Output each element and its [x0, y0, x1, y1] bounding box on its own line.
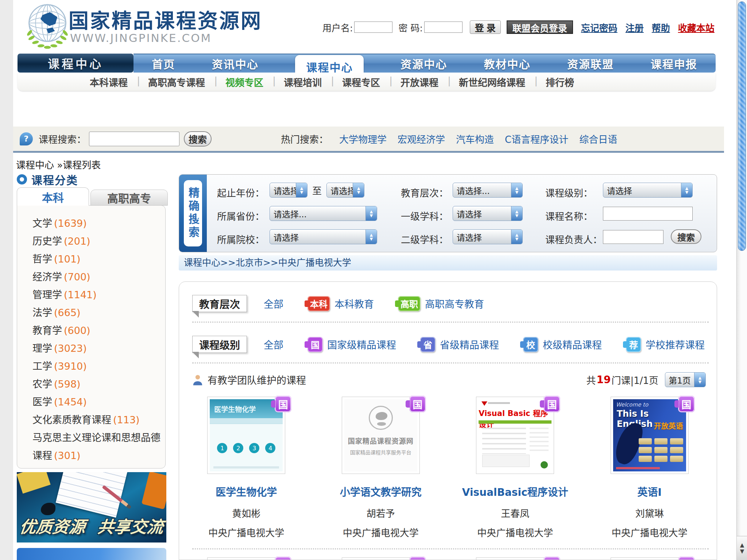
subnav-video-zone[interactable]: 视频专区: [215, 75, 274, 89]
course-card[interactable]: 国家精品课程资源网 国家精品课程共享服务平台 国 小学语文教学研究 胡若予 中央…: [314, 397, 448, 539]
category-item[interactable]: 历史学(201): [32, 232, 161, 250]
subnav-new-century-online-courses[interactable]: 新世纪网络课程: [449, 75, 535, 89]
subnav-ranking[interactable]: 排行榜: [535, 75, 584, 89]
course-teacher: 黄如彬: [232, 506, 260, 520]
favorite-site-link[interactable]: 收藏本站: [678, 21, 715, 34]
vertical-scrollbar[interactable]: ▲▼: [736, 0, 747, 560]
hot-search-link[interactable]: 综合日语: [579, 132, 617, 145]
course-thumbnail[interactable]: Welcome to This Is English 开放英语 国: [611, 397, 689, 474]
hot-search-link[interactable]: 汽车构造: [456, 132, 494, 145]
nav-item-resource-alliance[interactable]: 资源联盟: [567, 55, 614, 71]
category-item[interactable]: 法学(665): [32, 304, 161, 322]
category-item[interactable]: 医学(1454): [32, 393, 161, 411]
category-item[interactable]: 经济学(700): [32, 268, 161, 286]
union-member-login-button[interactable]: 联盟会员登录: [507, 20, 573, 34]
scroll-up-icon[interactable]: ▲: [740, 542, 744, 548]
nav-item-textbook-center[interactable]: 教材中心: [484, 55, 531, 71]
category-item[interactable]: 哲学(101): [32, 250, 161, 268]
subject1-select[interactable]: 请选择: [453, 206, 523, 221]
subnav-undergraduate-courses[interactable]: 本科课程: [80, 75, 138, 89]
year-from-select-wrap: 请选择 至 请选择: [270, 183, 364, 198]
sidebar-banner[interactable]: 优质资源 共享交流: [17, 472, 166, 542]
category-item[interactable]: 教育学(600): [32, 322, 161, 339]
course-search-input[interactable]: [89, 132, 179, 146]
course-card[interactable]: 国: [179, 557, 314, 560]
year-from-select[interactable]: 请选择: [270, 183, 307, 198]
tab-undergraduate[interactable]: 本科: [17, 187, 89, 206]
course-thumbnail[interactable]: Visual Basic 程序设计 国: [476, 397, 554, 474]
course-title-link[interactable]: 英语I: [638, 484, 662, 499]
course-name-input[interactable]: [603, 207, 693, 221]
password-input[interactable]: [424, 22, 462, 33]
category-section-title: 课程分类: [31, 171, 78, 187]
course-thumbnail[interactable]: 国: [476, 557, 554, 560]
national-course-badge: 国: [678, 396, 695, 412]
course-thumbnail[interactable]: 国家精品课程资源网 国家精品课程共享服务平台 国: [342, 397, 420, 474]
hot-search-link[interactable]: C语言程序设计: [505, 132, 568, 145]
course-search-button[interactable]: 搜索: [184, 131, 212, 147]
scroll-down-icon[interactable]: ▼: [740, 549, 744, 554]
category-item[interactable]: 工学(3910): [32, 357, 161, 375]
course-level-select[interactable]: 请选择: [603, 183, 693, 198]
level-filter-school[interactable]: 校 校级精品课程: [523, 337, 602, 352]
subject2-label: 二级学科：: [401, 232, 448, 246]
course-card[interactable]: 国: [314, 557, 448, 560]
school-select[interactable]: 请选择: [270, 229, 377, 244]
edu-filter-vocational[interactable]: 高职 高职高专教育: [398, 296, 484, 311]
sidebar-banner-2[interactable]: [17, 548, 166, 560]
nav-item-home[interactable]: 首页: [152, 55, 175, 71]
edu-filter-undergraduate[interactable]: 本科 本科教育: [307, 296, 374, 311]
subnav-course-zone[interactable]: 课程专区: [332, 75, 390, 89]
province-select[interactable]: 请选择...: [270, 206, 377, 221]
edu-filter-all[interactable]: 全部: [264, 296, 283, 311]
category-item[interactable]: 管理学(1141): [32, 286, 161, 304]
subnav-vocational-courses[interactable]: 高职高专课程: [138, 75, 215, 89]
nav-item-news-center[interactable]: 资讯中心: [212, 55, 259, 71]
help-link[interactable]: 帮助: [652, 21, 670, 34]
username-input[interactable]: [354, 22, 392, 33]
nav-item-resource-center[interactable]: 资源中心: [400, 55, 447, 71]
course-title-link[interactable]: 医学生物化学: [216, 484, 277, 499]
edu-level-label: 教育层次：: [401, 186, 448, 199]
scrollbar-arrow-buttons[interactable]: ▲▼: [737, 536, 747, 560]
edu-level-select[interactable]: 请选择...: [453, 183, 523, 198]
category-item[interactable]: 文化素质教育课程(113): [32, 411, 161, 429]
category-item[interactable]: 文学(1639): [32, 214, 161, 232]
help-icon[interactable]: ?: [20, 132, 33, 145]
subnav-open-courses[interactable]: 开放课程: [390, 75, 449, 89]
level-filter-national[interactable]: 国 国家级精品课程: [307, 337, 396, 352]
course-title-link[interactable]: 小学语文教学研究: [340, 484, 422, 499]
course-card[interactable]: 国: [448, 557, 582, 560]
site-url: WWW.JINGPINKE.COM: [70, 31, 212, 44]
course-card[interactable]: Visual Basic 程序设计 国 VisualBasic程序设计 王春凤 …: [448, 397, 582, 539]
filter-search-button[interactable]: 搜索: [671, 229, 701, 244]
category-item[interactable]: 农学(598): [32, 375, 161, 393]
course-thumbnail[interactable]: 国: [207, 557, 285, 560]
subnav-course-training[interactable]: 课程培训: [274, 75, 332, 89]
level-filter-all[interactable]: 全部: [264, 337, 283, 351]
course-card[interactable]: Welcome to This Is English 开放英语 国 英语I 刘黛…: [582, 397, 717, 539]
course-card[interactable]: 医学生物化学 1 2 3 4 国 医学生物化学 黄如彬 中央广播电视大学: [179, 397, 314, 539]
register-link[interactable]: 注册: [626, 21, 644, 34]
login-button[interactable]: 登 录: [470, 20, 501, 34]
course-card[interactable]: 国: [582, 557, 717, 560]
scrollbar-thumb[interactable]: [738, 1, 746, 251]
course-thumbnail[interactable]: 医学生物化学 1 2 3 4 国: [207, 397, 285, 474]
nav-item-course-application[interactable]: 课程申报: [651, 55, 697, 71]
level-filter-province[interactable]: 省 省级精品课程: [420, 337, 499, 352]
year-to-select[interactable]: 请选择: [326, 183, 364, 198]
hot-search-link[interactable]: 宏观经济学: [398, 132, 445, 145]
course-title-link[interactable]: VisualBasic程序设计: [462, 484, 568, 499]
hot-search-link[interactable]: 大学物理学: [339, 132, 387, 145]
course-leader-input[interactable]: [603, 230, 663, 244]
subject2-select[interactable]: 请选择: [453, 229, 523, 244]
username-label: 用户名:: [322, 21, 353, 34]
page-select[interactable]: 第1页: [665, 372, 706, 387]
category-item[interactable]: 理学(3023): [32, 339, 161, 357]
forgot-password-link[interactable]: 忘记密码: [581, 21, 618, 34]
tab-vocational[interactable]: 高职高专: [90, 190, 168, 206]
level-filter-recommend[interactable]: 荐 学校推荐课程: [626, 337, 705, 352]
category-item[interactable]: 马克思主义理论课和思想品德课程(301): [32, 429, 161, 464]
course-thumbnail[interactable]: 国: [611, 557, 689, 560]
course-thumbnail[interactable]: 国: [342, 557, 420, 560]
